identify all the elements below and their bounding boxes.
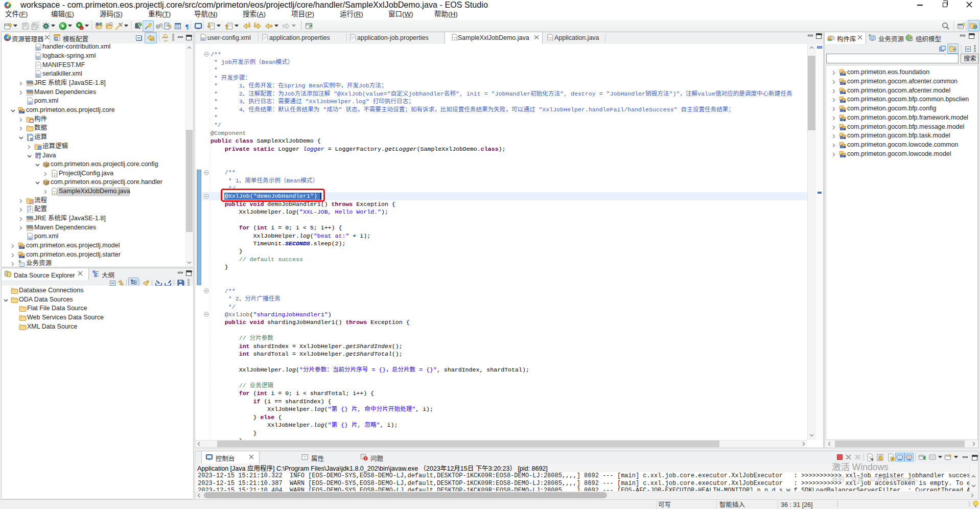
svg-text:J: J bbox=[54, 174, 56, 177]
svg-text:J: J bbox=[454, 38, 456, 41]
svg-text:¶: ¶ bbox=[185, 22, 189, 30]
svg-text:M: M bbox=[28, 101, 31, 105]
svg-text:M: M bbox=[28, 237, 31, 240]
svg-text:J: J bbox=[549, 38, 551, 41]
svg-text:J: J bbox=[38, 155, 41, 160]
svg-text:J: J bbox=[54, 192, 56, 195]
svg-text:JX: JX bbox=[30, 138, 34, 141]
